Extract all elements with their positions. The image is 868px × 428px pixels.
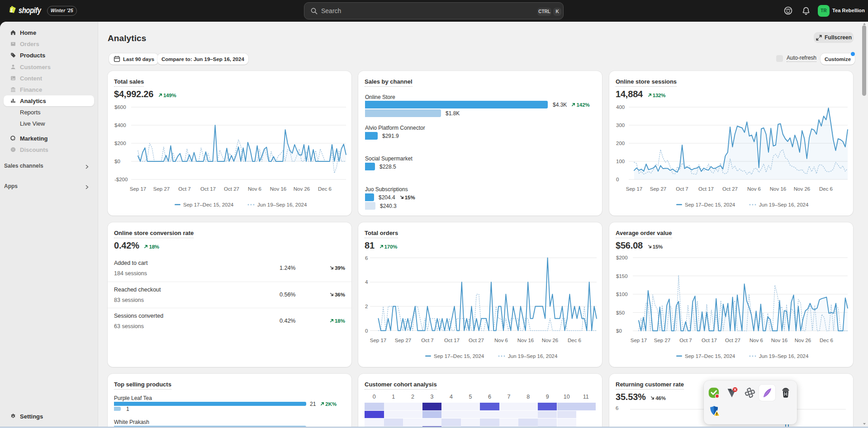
svg-text:Sep 27: Sep 27 (395, 338, 411, 343)
svg-text:Nov 16: Nov 16 (770, 186, 786, 192)
svg-text:Dec 6: Dec 6 (820, 338, 833, 343)
svg-text:Nov 26: Nov 26 (294, 186, 310, 192)
svg-text:$100: $100 (616, 292, 628, 297)
svg-text:Sep 27: Sep 27 (153, 186, 170, 192)
svg-text:Oct 27: Oct 27 (469, 338, 484, 343)
svg-text:-$200: -$200 (114, 177, 128, 182)
svg-text:Sep 17–Dec 15, 2024: Sep 17–Dec 15, 2024 (685, 353, 735, 359)
svg-text:Sep 17–Dec 15, 2024: Sep 17–Dec 15, 2024 (685, 202, 735, 207)
svg-text:2: 2 (365, 304, 368, 309)
svg-text:$200: $200 (616, 255, 628, 260)
svg-text:Oct 27: Oct 27 (725, 338, 740, 343)
svg-text:$400: $400 (114, 122, 126, 128)
svg-text:Jun 19–Sep 16, 2024: Jun 19–Sep 16, 2024 (257, 202, 307, 207)
svg-text:Dec 6: Dec 6 (318, 186, 332, 192)
svg-text:Sep 27: Sep 27 (650, 186, 666, 192)
svg-text:100: 100 (616, 159, 625, 164)
svg-text:Oct 7: Oct 7 (421, 338, 433, 343)
svg-text:0: 0 (616, 177, 619, 182)
svg-text:Jun 19–Sep 16, 2024: Jun 19–Sep 16, 2024 (508, 353, 558, 359)
svg-text:Nov 16: Nov 16 (270, 186, 286, 192)
svg-text:Nov 6: Nov 6 (494, 338, 508, 343)
svg-text:Nov 26: Nov 26 (794, 186, 810, 192)
svg-text:Sep 17: Sep 17 (626, 186, 642, 192)
svg-text:Nov 6: Nov 6 (747, 186, 761, 192)
svg-text:$600: $600 (114, 104, 126, 110)
svg-text:Nov 16: Nov 16 (517, 338, 534, 343)
svg-text:Oct 17: Oct 17 (444, 338, 460, 343)
svg-text:Jun 19–Sep 16, 2024: Jun 19–Sep 16, 2024 (759, 202, 809, 207)
svg-text:200: 200 (616, 141, 625, 146)
svg-text:6: 6 (365, 255, 368, 261)
svg-text:$0: $0 (616, 328, 622, 334)
svg-text:Nov 6: Nov 6 (749, 338, 763, 343)
svg-text:Sep 17: Sep 17 (130, 186, 146, 192)
svg-text:$50: $50 (616, 310, 625, 315)
svg-text:4: 4 (365, 279, 368, 285)
svg-text:$200: $200 (114, 141, 126, 146)
svg-text:Oct 7: Oct 7 (679, 338, 692, 343)
svg-text:Nov 26: Nov 26 (542, 338, 558, 343)
svg-text:Nov 16: Nov 16 (771, 338, 787, 343)
svg-text:Oct 27: Oct 27 (722, 186, 738, 192)
svg-text:Jun 19–Sep 16, 2024: Jun 19–Sep 16, 2024 (759, 353, 809, 359)
svg-text:Oct 17: Oct 17 (200, 186, 216, 192)
svg-text:Sep 17: Sep 17 (370, 338, 386, 343)
svg-text:$150: $150 (616, 273, 628, 279)
svg-text:Dec 6: Dec 6 (819, 186, 833, 192)
svg-text:Oct 27: Oct 27 (224, 186, 239, 192)
svg-text:Oct 7: Oct 7 (178, 186, 190, 192)
svg-text:Oct 7: Oct 7 (676, 186, 688, 192)
svg-text:Nov 6: Nov 6 (248, 186, 261, 192)
svg-text:Oct 17: Oct 17 (702, 338, 717, 343)
svg-text:$0: $0 (114, 159, 120, 164)
svg-text:Oct 17: Oct 17 (698, 186, 714, 192)
svg-text:400: 400 (616, 104, 625, 110)
svg-text:Dec 6: Dec 6 (568, 338, 581, 343)
svg-text:300: 300 (616, 122, 625, 128)
svg-text:Sep 17–Dec 15, 2024: Sep 17–Dec 15, 2024 (434, 353, 484, 359)
svg-text:Sep 27: Sep 27 (654, 338, 670, 343)
svg-text:Sep 17: Sep 17 (631, 338, 647, 343)
svg-text:0: 0 (365, 328, 368, 334)
svg-text:Sep 17–Dec 15, 2024: Sep 17–Dec 15, 2024 (183, 202, 234, 207)
svg-text:Nov 26: Nov 26 (795, 338, 811, 343)
